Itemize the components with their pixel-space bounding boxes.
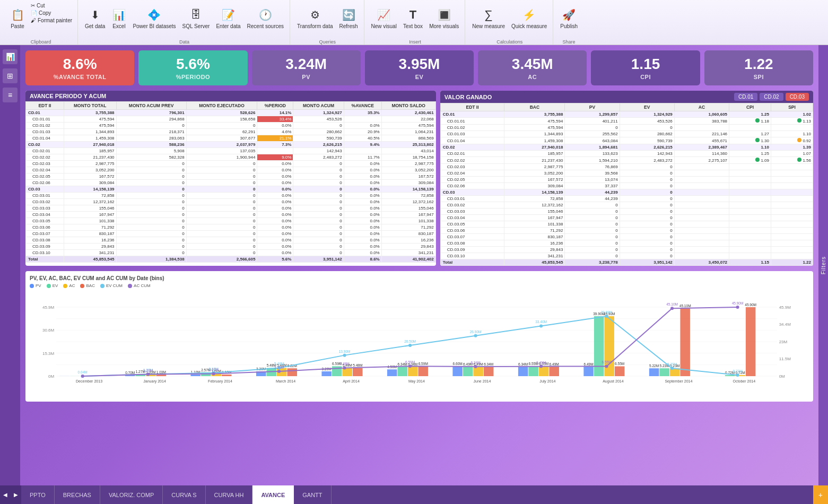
new-measure-button[interactable]: ∑ New measure (469, 2, 508, 34)
vg-row-cell: 72,858 (504, 196, 565, 202)
quick-measure-button[interactable]: ⚡ Quick measure (509, 2, 550, 34)
tables-row: AVANCE PERIODO Y ACUM EDT II MONTO TOTAL… (25, 91, 813, 266)
legend-label: AC (69, 283, 75, 288)
avance-th-period: %PERIOD (257, 102, 293, 110)
filters-panel[interactable]: Filters (818, 45, 828, 485)
avance-row-cell: 2,483,272 (293, 154, 344, 161)
svg-text:6.59M: 6.59M (405, 360, 415, 364)
svg-rect-67 (463, 367, 473, 376)
svg-text:May 2014: May 2014 (408, 379, 425, 384)
svg-text:September 2014: September 2014 (665, 379, 692, 384)
vg-row-label: CD.03.04 (440, 215, 504, 221)
tab-add-button[interactable]: + (813, 485, 828, 504)
avance-row-cell: 0 (293, 186, 344, 193)
avance-row-cell: 0.0% (257, 199, 293, 205)
svg-point-126 (670, 367, 674, 370)
avance-row-cell: 0.0% (257, 167, 293, 173)
enter-data-button[interactable]: 📝 Enter data (213, 2, 243, 34)
recent-sources-button[interactable]: 🕐 Recent sources (245, 2, 286, 34)
sidebar-icon-chart[interactable]: 📊 (3, 49, 18, 64)
tab-gantt[interactable]: GANTT (294, 485, 331, 504)
svg-rect-85 (594, 316, 604, 376)
power-bi-label: Power BI datasets (133, 23, 176, 29)
refresh-button[interactable]: 🔄 Refresh (337, 2, 361, 34)
tab-curva-hh[interactable]: CURVA HH (206, 485, 253, 504)
tab-prev-button[interactable]: ◀ (0, 485, 11, 504)
cd02-button[interactable]: CD.02 (760, 93, 783, 101)
tab-valoriz.-comp[interactable]: VALORIZ. COMP (100, 485, 163, 504)
avance-row-cell: 45,853,545 (64, 256, 116, 263)
svg-text:23M: 23M (779, 340, 788, 344)
avance-row-cell (257, 148, 293, 154)
svg-rect-26 (156, 375, 167, 376)
avance-row-cell: 475,594 (64, 116, 116, 123)
svg-rect-101 (725, 375, 735, 376)
avance-th-monto: MONTO TOTAL (64, 102, 116, 110)
avance-row-cell: 0 (186, 180, 257, 186)
svg-text:45.10M: 45.10M (679, 304, 691, 308)
sql-button[interactable]: 🗄 SQL Server (180, 2, 213, 34)
vg-row-cell (729, 240, 771, 247)
tab-avance[interactable]: AVANCE (252, 485, 294, 504)
vg-row-cell (771, 215, 813, 221)
avance-row-cell: 29,843 (381, 244, 435, 250)
transform-button[interactable]: ⚙ Transform data (294, 2, 335, 34)
vg-row-cell: 0 (565, 228, 620, 234)
vg-row-cell: 0 (620, 228, 674, 234)
tab-ppto[interactable]: PPTO (21, 485, 55, 504)
vg-row-cell (771, 196, 813, 202)
avance-row-label: CD.01.01 (26, 116, 64, 123)
vg-row-cell (674, 221, 729, 228)
svg-text:0.04M: 0.04M (78, 370, 88, 374)
get-data-button[interactable]: ⬇ Get data (82, 2, 108, 34)
avance-row-cell: 0.0% (257, 161, 293, 167)
sidebar: 📊 ⊞ ≡ (0, 45, 20, 485)
cut-button[interactable]: ✂ Cut (29, 2, 74, 9)
avance-row-cell: 0 (293, 180, 344, 186)
excel-button[interactable]: 📊 Excel (109, 2, 129, 34)
recent-sources-label: Recent sources (247, 23, 284, 29)
power-bi-button[interactable]: 💠 Power BI datasets (130, 2, 178, 34)
paste-button[interactable]: 📋 Paste (7, 2, 28, 34)
vg-row-cell: 1,894,681 (565, 144, 620, 151)
avance-row-cell: 0 (186, 218, 257, 224)
avance-table-title: AVANCE PERIODO Y ACUM (30, 93, 106, 99)
avance-row-label: CD.01.04 (26, 135, 64, 142)
sidebar-icon-data[interactable]: ≡ (3, 88, 18, 102)
kpi-cpi-value: 1.15 (631, 56, 660, 73)
vg-row-label: CD.01.01 (440, 118, 504, 125)
legend-dot (30, 284, 34, 288)
avance-row-cell: 0.0% (257, 205, 293, 212)
tab-curva-s[interactable]: CURVA S (163, 485, 205, 504)
avance-row-cell: 294,868 (116, 116, 186, 123)
avance-row-cell: 283,063 (116, 135, 186, 142)
svg-text:34.4M: 34.4M (779, 323, 791, 327)
vg-row-cell: 1.18 (729, 118, 771, 125)
avance-row-cell: 0 (186, 167, 257, 173)
svg-text:5.48M: 5.48M (340, 362, 350, 366)
svg-text:6.55M: 6.55M (615, 362, 624, 366)
tab-next-button[interactable]: ▶ (11, 485, 21, 504)
vg-row-cell (674, 234, 729, 240)
more-visuals-button[interactable]: 🔳 More visuals (426, 2, 461, 34)
vg-th-cpi: CPI (729, 103, 771, 111)
avance-row-cell: 475,594 (381, 123, 435, 129)
avance-row-cell: 309,084 (381, 180, 435, 186)
sidebar-icon-grid[interactable]: ⊞ (3, 68, 18, 83)
copy-button[interactable]: 📄 Copy (29, 10, 74, 16)
publish-button[interactable]: 🚀 Publish (557, 2, 580, 34)
legend-label: BAC (86, 283, 94, 288)
cd01-button[interactable]: CD.01 (734, 93, 757, 101)
avance-row-cell: 14,158,139 (381, 186, 435, 193)
share-section: 🚀 Publish Share (554, 0, 583, 45)
format-painter-button[interactable]: 🖌 Format painter (29, 17, 74, 24)
avance-row-cell: 12,372,162 (381, 199, 435, 205)
avance-row-cell: 4.6% (257, 129, 293, 135)
cd03-button[interactable]: CD.03 (786, 93, 809, 101)
vg-row-cell (674, 247, 729, 253)
text-box-button[interactable]: T Text box (400, 2, 425, 34)
tab-brechas[interactable]: BRECHAS (55, 485, 100, 504)
avance-row-cell: 2,626,215 (293, 142, 344, 148)
new-measure-label: New measure (472, 23, 505, 29)
new-visual-button[interactable]: 📈 New visual (369, 2, 399, 34)
